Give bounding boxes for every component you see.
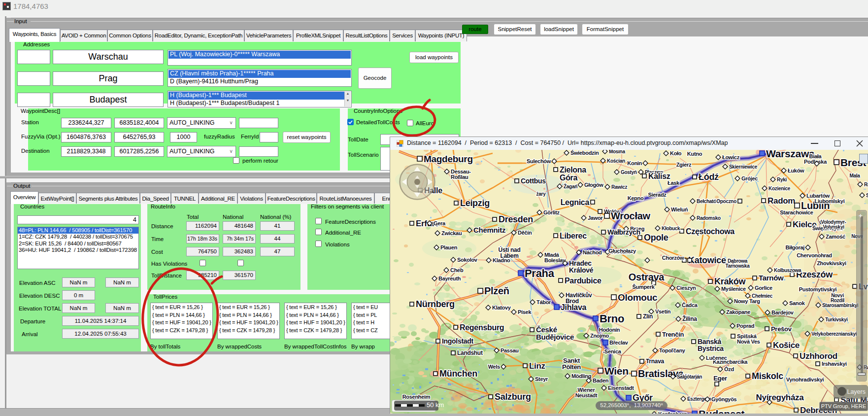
svg-text:Bardejov: Bardejov	[771, 310, 794, 315]
svg-text:Eisenstadt: Eisenstadt	[608, 385, 634, 391]
svg-text:Konin: Konin	[627, 160, 642, 166]
svg-text:Myślenice: Myślenice	[721, 286, 746, 292]
svg-text:Košice: Košice	[773, 341, 800, 350]
svg-text:żary: żary	[536, 191, 546, 197]
svg-text:Zakopane: Zakopane	[726, 309, 750, 315]
svg-text:Sanok: Sanok	[789, 300, 805, 306]
svg-text:Tarnów: Tarnów	[759, 274, 784, 282]
svg-text:Warszawa: Warszawa	[766, 150, 815, 159]
svg-text:Turkivskyi: Turkivskyi	[825, 317, 848, 322]
svg-text:Rzeszów: Rzeszów	[796, 270, 833, 279]
svg-text:Sulechów: Sulechów	[527, 158, 551, 164]
svg-text:Boleslav: Boleslav	[544, 257, 566, 263]
svg-text:Děčín: Děčín	[518, 230, 532, 236]
svg-text:Katowice: Katowice	[688, 255, 726, 265]
svg-text:Trnava: Trnava	[646, 358, 665, 365]
svg-text:Głuchołazy: Głuchołazy	[608, 248, 636, 254]
svg-text:Znojmo: Znojmo	[590, 333, 609, 339]
svg-text:Łódź: Łódź	[699, 172, 719, 182]
svg-text:Vynohradivskyi: Vynohradivskyi	[786, 377, 824, 382]
svg-text:Kępno: Kępno	[628, 195, 644, 201]
svg-text:Kalisz: Kalisz	[648, 172, 670, 180]
svg-text:Budějovice: Budějovice	[536, 333, 574, 341]
svg-text:Nová Ves: Nová Ves	[737, 339, 760, 345]
svg-text:Gorlice: Gorlice	[755, 285, 772, 291]
svg-text:Miskolc: Miskolc	[752, 371, 783, 381]
svg-text:Jihlava: Jihlava	[561, 303, 587, 312]
svg-text:Neustadt: Neustadt	[575, 392, 598, 398]
svg-text:Wieluń: Wieluń	[671, 207, 688, 212]
svg-text:Sieradz: Sieradz	[648, 192, 667, 198]
svg-text:Lučenec: Lučenec	[706, 355, 727, 361]
svg-text:Ostrava: Ostrava	[629, 272, 665, 282]
svg-text:Steyr: Steyr	[535, 376, 548, 382]
svg-text:Ryki: Ryki	[777, 177, 787, 182]
svg-text:Kutno: Kutno	[687, 151, 702, 157]
svg-text:Radom: Radom	[768, 196, 795, 206]
svg-text:München: München	[439, 369, 477, 379]
svg-text:Rawicz: Rawicz	[611, 184, 627, 190]
svg-text:Zhovkivskyi: Zhovkivskyi	[817, 260, 846, 266]
svg-text:Kapfenberg: Kapfenberg	[658, 411, 687, 414]
svg-text:Zgierz: Zgierz	[676, 162, 692, 168]
svg-text:Łask: Łask	[668, 180, 680, 186]
svg-text:Rat: Rat	[864, 182, 868, 187]
svg-text:Eger: Eger	[713, 375, 727, 382]
svg-text:Starosambirskyi: Starosambirskyi	[822, 303, 859, 308]
svg-text:Łuków: Łuków	[788, 168, 804, 173]
svg-text:Grójec: Grójec	[741, 175, 758, 181]
svg-text:Żagań: Żagań	[564, 183, 577, 189]
svg-text:Salgótarján: Salgótarján	[677, 374, 702, 380]
svg-text:Regensburg: Regensburg	[460, 323, 504, 332]
svg-text:Ózd: Ózd	[724, 366, 734, 372]
svg-text:Kolbuszowa: Kolbuszowa	[774, 268, 801, 273]
svg-text:Břeclav: Břeclav	[609, 340, 629, 346]
svg-text:Mosina: Mosina	[609, 150, 625, 154]
svg-text:Brno: Brno	[600, 312, 624, 325]
svg-text:Volynskyi: Volynskyi	[823, 224, 844, 230]
svg-text:Rozdil: Rozdil	[831, 298, 845, 303]
svg-text:Žilina: Žilina	[682, 315, 697, 322]
svg-text:-Senica: -Senica	[602, 348, 621, 354]
svg-text:Velykobereznianskyi: Velykobereznianskyi	[811, 331, 857, 337]
svg-text:Dresden: Dresden	[499, 214, 533, 224]
svg-text:Góra: Góra	[560, 173, 578, 182]
svg-text:Biłgoraj: Biłgoraj	[785, 244, 804, 250]
svg-text:Praha: Praha	[525, 267, 555, 279]
svg-text:Łowicz: Łowicz	[722, 154, 740, 160]
svg-text:Chełmiec: Chełmiec	[752, 293, 773, 299]
svg-text:Vsetín: Vsetín	[655, 309, 671, 314]
svg-text:Bystrica: Bystrica	[698, 345, 724, 352]
svg-text:Kraków: Kraków	[714, 277, 746, 286]
svg-text:Irshavskyi: Irshavskyi	[822, 361, 847, 367]
svg-text:Ingolstadt: Ingolstadt	[442, 337, 474, 345]
svg-text:Trenčín: Trenčín	[662, 331, 684, 338]
svg-text:Opoczno: Opoczno	[716, 199, 736, 204]
svg-text:Legnica: Legnica	[561, 198, 590, 207]
svg-text:Nowy Targ: Nowy Targ	[734, 298, 760, 304]
svg-text:Mala: Mala	[849, 173, 860, 178]
svg-text:Zwickau: Zwickau	[441, 230, 462, 236]
svg-text:Náchod: Náchod	[583, 249, 602, 255]
svg-text:Wałbrzych: Wałbrzych	[607, 228, 640, 236]
svg-text:Leipzig: Leipzig	[460, 198, 490, 208]
svg-text:Sokolov: Sokolov	[457, 257, 478, 263]
svg-text:Kościan: Kościan	[607, 158, 625, 164]
svg-text:Jawor: Jawor	[588, 215, 603, 221]
svg-text:Linz: Linz	[529, 361, 545, 371]
svg-text:Pardubice: Pardubice	[565, 277, 601, 285]
svg-text:Rosenheim: Rosenheim	[402, 394, 431, 400]
svg-text:Wrocław: Wrocław	[611, 210, 651, 221]
svg-text:Salzburg: Salzburg	[495, 392, 531, 402]
svg-text:Plzeň: Plzeň	[484, 285, 509, 296]
svg-text:Liberec: Liberec	[560, 232, 587, 240]
svg-text:Liubomlskyi: Liubomlskyi	[815, 198, 845, 204]
svg-text:Skierniewice: Skierniewice	[729, 164, 758, 170]
svg-text:Tábor: Tábor	[536, 299, 551, 305]
svg-text:Topoľčany: Topoľčany	[659, 347, 686, 353]
svg-text:Głogów: Głogów	[584, 182, 603, 188]
svg-text:Poprad: Poprad	[736, 323, 754, 329]
svg-text:Budapest: Budapest	[699, 408, 745, 414]
svg-text:Tarnowska: Tarnowska	[726, 263, 750, 269]
svg-text:Zamość: Zamość	[826, 234, 845, 240]
